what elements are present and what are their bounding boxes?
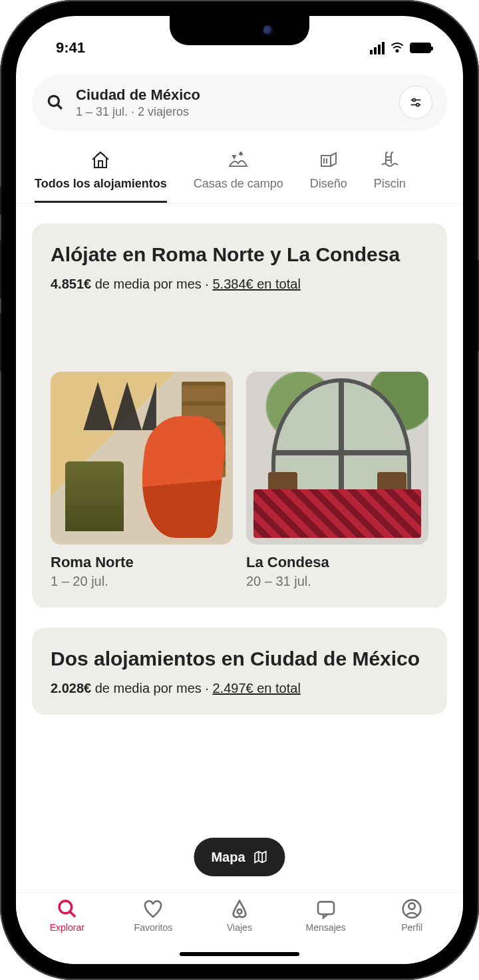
- card-title: Alójate en Roma Norte y La Condesa: [51, 242, 428, 267]
- category-tab-pools[interactable]: Piscin: [374, 149, 406, 203]
- status-time: 9:41: [56, 39, 85, 57]
- airbnb-logo-icon: [229, 898, 250, 919]
- listing-dates: 1 – 20 jul.: [51, 574, 233, 589]
- cellular-icon: [370, 42, 385, 55]
- nav-label: Mensajes: [306, 922, 346, 933]
- svg-point-3: [412, 98, 415, 101]
- svg-rect-6: [98, 161, 102, 168]
- svg-point-16: [238, 910, 242, 914]
- search-subtitle: 1 – 31 jul. · 2 viajeros: [76, 105, 387, 119]
- card-title: Dos alojamientos en Ciudad de México: [51, 646, 428, 672]
- category-tab-countryside[interactable]: Casas de campo: [194, 149, 283, 203]
- search-icon: [47, 94, 64, 111]
- category-label: Todos los alojamientos: [35, 177, 167, 191]
- category-label: Diseño: [310, 177, 347, 191]
- listing-la-condesa[interactable]: La Condesa 20 – 31 jul.: [246, 372, 428, 590]
- wifi-icon: [390, 43, 404, 53]
- split-stay-card[interactable]: Dos alojamientos en Ciudad de México 2.0…: [32, 628, 447, 715]
- svg-point-0: [49, 96, 59, 106]
- category-tab-design[interactable]: Diseño: [310, 149, 347, 203]
- svg-rect-17: [318, 902, 334, 914]
- battery-icon: [410, 43, 431, 53]
- card-price-line: 2.028€ de media por mes · 2.497€ en tota…: [51, 681, 428, 696]
- nav-profile[interactable]: Perfil: [369, 898, 455, 949]
- category-tab-all-stays[interactable]: Todos los alojamientos: [35, 149, 167, 203]
- notch: [170, 16, 309, 45]
- nav-inbox[interactable]: Mensajes: [283, 898, 369, 949]
- nav-trips[interactable]: Viajes: [196, 898, 283, 949]
- heart-icon: [142, 898, 164, 919]
- screen: 9:41 Ciudad de México 1 – 31 jul. · 2 vi…: [16, 16, 463, 964]
- category-label: Piscin: [374, 177, 406, 191]
- svg-point-14: [59, 901, 72, 914]
- nav-label: Perfil: [401, 922, 422, 933]
- svg-line-1: [57, 104, 62, 109]
- nav-label: Favoritos: [134, 922, 173, 933]
- search-bar[interactable]: Ciudad de México 1 – 31 jul. · 2 viajero…: [32, 74, 447, 130]
- pool-icon: [379, 149, 400, 170]
- listing-roma-norte[interactable]: Roma Norte 1 – 20 jul.: [51, 372, 233, 590]
- listing-thumbnail: [51, 372, 233, 545]
- countryside-icon: [228, 149, 249, 170]
- design-icon: [318, 149, 339, 170]
- chat-icon: [315, 898, 337, 919]
- phone-frame: 9:41 Ciudad de México 1 – 31 jul. · 2 vi…: [0, 0, 479, 980]
- category-tabs: Todos los alojamientos Casas de campo: [16, 130, 463, 203]
- map-toggle-button[interactable]: Mapa: [194, 838, 285, 876]
- results-scroll[interactable]: Alójate en Roma Norte y La Condesa 4.851…: [16, 203, 463, 907]
- nav-explore[interactable]: Explorar: [24, 898, 110, 949]
- map-button-label: Mapa: [211, 850, 245, 865]
- category-label: Casas de campo: [194, 177, 283, 191]
- listing-dates: 20 – 31 jul.: [246, 574, 428, 589]
- nav-label: Viajes: [227, 922, 252, 933]
- svg-point-5: [416, 104, 419, 106]
- nav-wishlists[interactable]: Favoritos: [110, 898, 197, 949]
- listing-thumbnail: [246, 372, 428, 545]
- svg-line-15: [70, 912, 75, 917]
- map-icon: [253, 850, 268, 864]
- card-price-line: 4.851€ de media por mes · 5.384€ en tota…: [51, 277, 428, 292]
- search-location: Ciudad de México: [76, 86, 387, 104]
- nav-label: Explorar: [50, 922, 84, 933]
- split-stay-card[interactable]: Alójate en Roma Norte y La Condesa 4.851…: [32, 223, 447, 608]
- profile-icon: [401, 898, 422, 919]
- listing-name: La Condesa: [246, 554, 428, 571]
- house-icon: [90, 149, 111, 170]
- listing-name: Roma Norte: [51, 554, 233, 571]
- filters-button[interactable]: [399, 86, 432, 119]
- search-icon: [57, 898, 78, 919]
- home-indicator: [180, 952, 299, 956]
- svg-point-19: [409, 903, 415, 909]
